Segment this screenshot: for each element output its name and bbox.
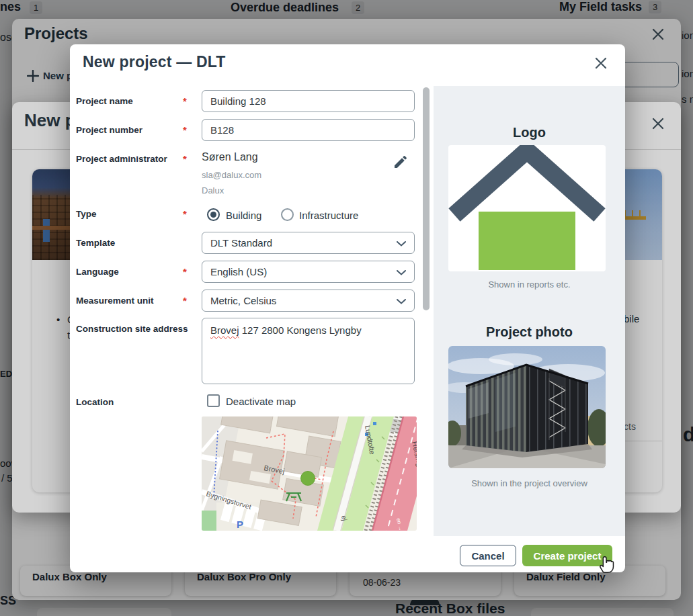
template-select[interactable]: DLT Standard	[202, 232, 415, 254]
location-map[interactable]: Brovej Bygningstorvet Lundtofte ej Helsi…	[202, 416, 417, 531]
radio-building[interactable]	[207, 208, 220, 221]
chevron-down-icon	[397, 266, 406, 277]
type-label: Type	[76, 209, 97, 219]
project-name-input[interactable]	[202, 91, 414, 112]
parking-icon: P	[237, 519, 243, 530]
measurement-unit-label: Measurement unit	[76, 296, 154, 306]
logo-heading: Logo	[434, 125, 625, 140]
measurement-select-value: Metric, Celsius	[210, 295, 276, 306]
template-select-value: DLT Standard	[210, 237, 272, 249]
project-photo-preview[interactable]	[448, 346, 606, 468]
form-scrollbar[interactable]	[423, 87, 430, 310]
address-rest: 127 2800 Kongens Lyngby	[239, 324, 362, 336]
deactivate-map-label[interactable]: Deactivate map	[226, 396, 296, 407]
photo-heading: Project photo	[434, 324, 625, 340]
project-name-label: Project name	[76, 96, 133, 106]
logo-caption: Shown in reports etc.	[434, 279, 625, 290]
radio-building-label[interactable]: Building	[226, 210, 261, 221]
dialog-title: New project — DLT	[83, 53, 226, 71]
radio-infrastructure[interactable]	[281, 208, 294, 221]
building-photo	[448, 346, 606, 468]
photo-caption: Shown in the project overview	[434, 478, 625, 488]
dalux-house-logo-icon	[448, 145, 606, 271]
address-word-misspelled: Brovej	[210, 324, 239, 336]
required-marker: *	[183, 295, 187, 306]
measurement-unit-select[interactable]: Metric, Celsius	[202, 290, 415, 312]
close-icon[interactable]	[594, 56, 608, 70]
project-number-field-wrap	[202, 119, 415, 141]
chevron-down-icon	[397, 237, 406, 249]
required-marker: *	[183, 124, 187, 136]
required-marker: *	[183, 266, 187, 277]
construction-site-address-label: Construction site address	[76, 324, 188, 334]
project-number-input[interactable]	[202, 120, 414, 140]
template-label: Template	[76, 238, 115, 248]
new-project-dialog: New project — DLT Logo Shown in reports …	[70, 44, 625, 572]
logo-preview[interactable]	[448, 145, 606, 271]
project-number-label: Project number	[76, 125, 142, 135]
chevron-down-icon	[397, 295, 406, 306]
language-label: Language	[76, 267, 119, 277]
administrator-name: Søren Lang	[202, 151, 258, 163]
required-marker: *	[183, 95, 187, 107]
cancel-button[interactable]: Cancel	[460, 545, 516, 566]
screen: nes 1 Overdue deadlines 2 My Field tasks…	[0, 0, 693, 616]
project-administrator-label: Project administrator	[76, 154, 167, 164]
required-marker: *	[183, 153, 187, 165]
required-marker: *	[183, 208, 187, 220]
language-select[interactable]: English (US)	[202, 261, 415, 283]
language-select-value: English (US)	[210, 266, 267, 277]
location-label: Location	[76, 397, 114, 407]
project-name-field-wrap	[202, 90, 415, 112]
administrator-email: sla@dalux.com	[202, 170, 261, 180]
administrator-company: Dalux	[202, 185, 224, 195]
create-project-button[interactable]: Create project	[522, 545, 612, 566]
preview-panel: Logo Shown in reports etc. Project photo	[434, 86, 625, 536]
edit-pencil-icon[interactable]	[393, 154, 409, 170]
radio-infrastructure-label[interactable]: Infrastructure	[299, 210, 358, 221]
address-textarea[interactable]: Brovej 127 2800 Kongens Lyngby	[202, 318, 415, 384]
deactivate-map-checkbox[interactable]	[207, 394, 220, 407]
